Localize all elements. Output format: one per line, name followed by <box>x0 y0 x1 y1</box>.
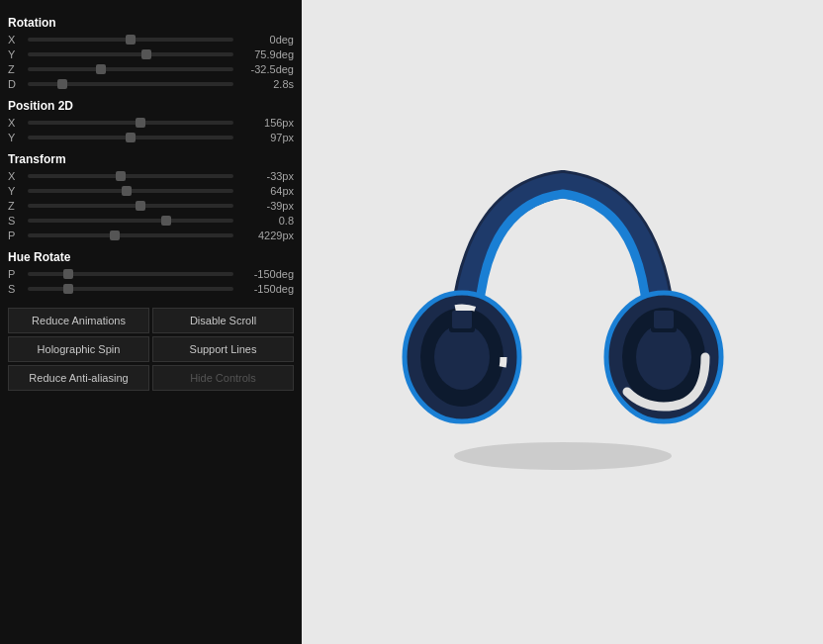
slider-transform-S[interactable] <box>28 219 233 223</box>
section-title-rotation: Rotation <box>8 16 294 30</box>
control-value-rotation-X: 0deg <box>239 34 294 46</box>
slider-transform-X[interactable] <box>28 174 233 178</box>
control-row-rotation-X: X0deg <box>8 34 294 46</box>
control-value-rotation-Y: 75.9deg <box>239 48 294 60</box>
button-holographic-spin[interactable]: Holographic Spin <box>8 336 149 362</box>
slider-rotation-D[interactable] <box>28 82 233 86</box>
section-title-huerotate: Hue Rotate <box>8 250 294 264</box>
control-value-huerotate-S: -150deg <box>239 283 294 295</box>
control-row-rotation-Z: Z-32.5deg <box>8 63 294 75</box>
control-label-transform-Y: Y <box>8 185 22 197</box>
control-row-huerotate-P: P-150deg <box>8 268 294 280</box>
button-support-lines[interactable]: Support Lines <box>152 336 294 362</box>
control-label-transform-Z: Z <box>8 200 22 212</box>
button-reduce-antialiasing[interactable]: Reduce Anti-aliasing <box>8 365 149 391</box>
left-panel: RotationX0degY75.9degZ-32.5degD2.8sPosit… <box>0 0 302 644</box>
control-row-transform-Z: Z-39px <box>8 200 294 212</box>
control-value-rotation-D: 2.8s <box>239 78 294 90</box>
button-reduce-animations[interactable]: Reduce Animations <box>8 308 149 333</box>
button-disable-scroll[interactable]: Disable Scroll <box>152 308 294 333</box>
svg-point-13 <box>454 442 672 470</box>
control-row-huerotate-S: S-150deg <box>8 283 294 295</box>
control-label-rotation-Y: Y <box>8 48 22 60</box>
control-row-transform-P: P4229px <box>8 230 294 241</box>
control-label-position2d-Y: Y <box>8 132 22 143</box>
slider-rotation-X[interactable] <box>28 38 233 42</box>
section-title-transform: Transform <box>8 152 294 166</box>
control-value-transform-X: -33px <box>239 170 294 182</box>
section-title-position2d: Position 2D <box>8 99 294 113</box>
control-label-huerotate-P: P <box>8 268 22 280</box>
control-value-transform-Y: 64px <box>239 185 294 197</box>
control-row-rotation-Y: Y75.9deg <box>8 48 294 60</box>
svg-rect-6 <box>452 311 472 328</box>
control-row-position2d-X: X156px <box>8 117 294 129</box>
right-panel <box>302 0 823 644</box>
control-row-rotation-D: D2.8s <box>8 78 294 90</box>
slider-rotation-Z[interactable] <box>28 67 233 71</box>
slider-huerotate-P[interactable] <box>28 272 233 276</box>
control-row-transform-S: S0.8 <box>8 215 294 227</box>
control-row-transform-X: X-33px <box>8 170 294 182</box>
headphones-svg <box>395 164 731 481</box>
button-hide-controls: Hide Controls <box>152 365 294 391</box>
control-label-transform-X: X <box>8 170 22 182</box>
control-value-position2d-Y: 97px <box>239 132 294 143</box>
control-value-huerotate-P: -150deg <box>239 268 294 280</box>
slider-rotation-Y[interactable] <box>28 52 233 56</box>
control-value-position2d-X: 156px <box>239 117 294 129</box>
control-label-position2d-X: X <box>8 117 22 129</box>
slider-huerotate-S[interactable] <box>28 287 233 291</box>
slider-position2d-X[interactable] <box>28 121 233 125</box>
control-row-transform-Y: Y64px <box>8 185 294 197</box>
control-label-transform-S: S <box>8 215 22 227</box>
slider-transform-P[interactable] <box>28 233 233 237</box>
slider-transform-Z[interactable] <box>28 204 233 208</box>
control-label-rotation-D: D <box>8 78 22 90</box>
slider-position2d-Y[interactable] <box>28 136 233 139</box>
control-row-position2d-Y: Y97px <box>8 132 294 143</box>
control-label-rotation-Z: Z <box>8 63 22 75</box>
svg-rect-12 <box>654 311 674 328</box>
control-value-transform-P: 4229px <box>239 230 294 241</box>
control-label-rotation-X: X <box>8 34 22 46</box>
button-grid: Reduce AnimationsDisable ScrollHolograph… <box>8 308 294 391</box>
svg-point-10 <box>636 324 691 390</box>
svg-point-3 <box>434 324 490 390</box>
control-label-huerotate-S: S <box>8 283 22 295</box>
control-value-transform-S: 0.8 <box>239 215 294 227</box>
control-value-transform-Z: -39px <box>239 200 294 212</box>
slider-transform-Y[interactable] <box>28 189 233 193</box>
control-value-rotation-Z: -32.5deg <box>239 63 294 75</box>
control-label-transform-P: P <box>8 230 22 241</box>
headphones-display <box>380 139 746 506</box>
